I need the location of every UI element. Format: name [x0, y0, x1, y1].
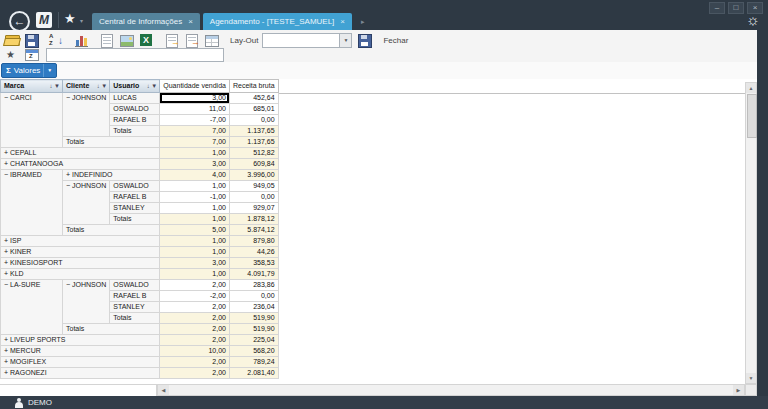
revenue-cell[interactable]: 929,07 [229, 203, 278, 214]
row-header-cell[interactable]: OSWALDO [110, 280, 160, 291]
row-header-cell[interactable]: − IBRAMED [1, 170, 63, 236]
quantity-cell[interactable]: 5,00 [160, 225, 230, 236]
export-file-icon[interactable]: → [164, 33, 180, 48]
quantity-cell[interactable]: 3,00 [160, 258, 230, 269]
tab-agendamento[interactable]: Agendamento - [TESTE_SAMUEL] × [203, 13, 352, 30]
row-header-cell[interactable]: RAFAEL B [110, 115, 160, 126]
chevron-down-icon[interactable]: ▼ [339, 34, 351, 47]
revenue-cell[interactable]: 2.081,40 [229, 368, 278, 379]
revenue-cell[interactable]: 236,04 [229, 302, 278, 313]
quantity-cell[interactable]: 1,00 [160, 203, 230, 214]
row-header-cell[interactable]: + RAGONEZI [1, 368, 160, 379]
revenue-cell[interactable]: 949,05 [229, 181, 278, 192]
grid-layout-icon[interactable] [204, 33, 220, 48]
row-header-cell[interactable]: + INDEFINIDO [63, 170, 160, 181]
excel-export-icon[interactable]: X [139, 33, 155, 48]
row-header-cell[interactable]: − LA-SURE [1, 280, 63, 335]
quantity-cell[interactable]: -7,00 [160, 115, 230, 126]
quantity-cell[interactable]: 7,00 [160, 126, 230, 137]
row-header-cell[interactable]: OSWALDO [110, 181, 160, 192]
row-header-cell[interactable]: RAFAEL B [110, 291, 160, 302]
row-header-cell[interactable]: OSWALDO [110, 104, 160, 115]
row-header-cell[interactable]: + CEPALL [1, 148, 160, 159]
column-header-marca[interactable]: Marca↓ ▼ [1, 80, 63, 93]
row-header-cell[interactable]: STANLEY [110, 203, 160, 214]
revenue-cell[interactable]: 519,90 [229, 313, 278, 324]
scroll-up-icon[interactable]: ▲ [746, 83, 756, 93]
quantity-cell[interactable]: 4,00 [160, 170, 230, 181]
revenue-cell[interactable]: 609,84 [229, 159, 278, 170]
image-export-icon[interactable] [119, 33, 135, 48]
row-header-cell[interactable]: Totais [63, 225, 160, 236]
revenue-cell[interactable]: 358,53 [229, 258, 278, 269]
row-header-cell[interactable]: RAFAEL B [110, 192, 160, 203]
quantity-cell[interactable]: 2,00 [160, 335, 230, 346]
scroll-left-icon[interactable]: ◀ [158, 385, 169, 395]
row-header-cell[interactable]: − JOHNSON [63, 280, 110, 324]
quantity-cell[interactable]: 3,00 [160, 159, 230, 170]
row-header-cell[interactable]: Totais [110, 313, 160, 324]
valores-field-button[interactable]: Σ Valores ▼ [1, 63, 57, 78]
chevron-down-icon[interactable]: ▼ [43, 64, 52, 77]
revenue-cell[interactable]: 44,26 [229, 247, 278, 258]
revenue-cell[interactable]: 879,80 [229, 236, 278, 247]
save-layout-icon[interactable] [357, 33, 373, 48]
row-header-cell[interactable]: LUCAS [110, 93, 160, 104]
quantity-cell[interactable]: 1,00 [160, 247, 230, 258]
row-header-cell[interactable]: STANLEY [110, 302, 160, 313]
tab-close-icon[interactable]: × [340, 13, 345, 30]
save-icon[interactable] [24, 33, 40, 48]
quantity-cell[interactable]: 10,00 [160, 346, 230, 357]
column-header-cliente[interactable]: Cliente↓ ▼ [63, 80, 110, 93]
row-header-cell[interactable]: + CHATTANOOGA [1, 159, 160, 170]
vertical-scrollbar[interactable]: ▲ ▼ [745, 82, 757, 384]
revenue-cell[interactable]: 1.137,65 [229, 126, 278, 137]
horizontal-scrollbar[interactable]: ◀ ▶ [157, 384, 745, 396]
row-header-cell[interactable]: − CARCI [1, 93, 63, 148]
tab-close-icon[interactable]: × [188, 13, 193, 30]
quantity-cell[interactable]: 1,00 [160, 214, 230, 225]
row-header-cell[interactable]: + KLD [1, 269, 160, 280]
revenue-cell[interactable]: 512,82 [229, 148, 278, 159]
revenue-cell[interactable]: 0,00 [229, 115, 278, 126]
tab-central-de-informacoes[interactable]: Central de Informações × [92, 13, 200, 30]
revenue-cell[interactable]: 283,86 [229, 280, 278, 291]
row-header-cell[interactable]: Totais [110, 214, 160, 225]
quantity-cell[interactable]: 1,00 [160, 148, 230, 159]
quantity-cell[interactable]: 1,00 [160, 181, 230, 192]
revenue-cell[interactable]: 1.878,12 [229, 214, 278, 225]
revenue-cell[interactable]: 1.137,65 [229, 137, 278, 148]
quantity-cell[interactable]: 1,00 [160, 269, 230, 280]
gear-icon[interactable]: ☼ [746, 12, 760, 28]
column-header-usuario[interactable]: Usuario↓ ▼ [110, 80, 160, 93]
row-header-cell[interactable]: + KINER [1, 247, 160, 258]
back-icon[interactable]: ← [9, 11, 30, 32]
quantity-cell[interactable]: -2,00 [160, 291, 230, 302]
favorites-dropdown-arrow[interactable]: ▾ [80, 17, 83, 24]
revenue-cell[interactable]: 5.874,12 [229, 225, 278, 236]
tab-scroll-arrow[interactable]: ▸ [361, 13, 365, 30]
print-preview-icon[interactable] [99, 33, 115, 48]
row-header-cell[interactable]: Totais [63, 324, 160, 335]
quantity-cell[interactable]: 2,00 [160, 368, 230, 379]
revenue-cell[interactable]: 685,01 [229, 104, 278, 115]
fechar-button[interactable]: Fechar [383, 36, 408, 45]
quantity-cell[interactable]: 7,00 [160, 137, 230, 148]
quantity-cell[interactable]: -1,00 [160, 192, 230, 203]
layout-combobox[interactable]: ▼ [262, 33, 352, 48]
sort-az-icon[interactable]: AZ↓ [49, 33, 65, 48]
quantity-cell[interactable]: 11,00 [160, 104, 230, 115]
revenue-cell[interactable]: 568,20 [229, 346, 278, 357]
import-file-icon[interactable]: → [184, 33, 200, 48]
row-header-cell[interactable]: + ISP [1, 236, 160, 247]
scroll-down-icon[interactable]: ▼ [746, 373, 756, 383]
row-header-cell[interactable]: − JOHNSON [63, 93, 110, 137]
row-header-cell[interactable]: + MERCUR [1, 346, 160, 357]
row-header-cell[interactable]: − JOHNSON [63, 181, 110, 225]
minimize-button[interactable]: – [709, 2, 725, 14]
filter-input[interactable] [46, 48, 224, 62]
row-header-cell[interactable]: + KINESIOSPORT [1, 258, 160, 269]
favorite-icon[interactable]: ★ [4, 47, 20, 62]
quantity-cell[interactable]: 2,00 [160, 357, 230, 368]
quantity-cell[interactable]: 2,00 [160, 313, 230, 324]
